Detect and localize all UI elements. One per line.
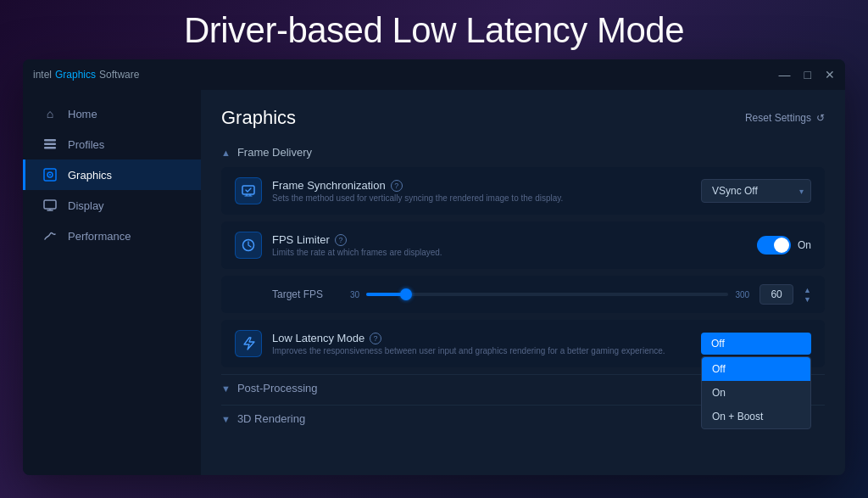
frame-sync-dropdown[interactable]: VSync Off ▾ <box>701 179 811 203</box>
main-content: Graphics Reset Settings ↺ ▲ Frame Delive… <box>201 90 845 475</box>
target-fps-slider-thumb <box>400 288 412 300</box>
fps-limiter-row: FPS Limiter ? Limits the rate at which f… <box>221 221 825 269</box>
frame-delivery-label: Frame Delivery <box>237 146 312 159</box>
low-latency-dropdown-container: Off Off On On + Boost <box>701 333 811 355</box>
target-fps-stepper[interactable]: ▲ ▼ <box>804 286 811 304</box>
sidebar-item-performance-label: Performance <box>68 230 131 243</box>
graphics-brand-label: Graphics <box>55 69 96 81</box>
sidebar-item-graphics[interactable]: Graphics <box>23 159 201 190</box>
sidebar-item-profiles-label: Profiles <box>68 138 104 151</box>
low-latency-dropdown-list: Off On On + Boost <box>701 356 811 429</box>
maximize-button[interactable]: □ <box>804 68 811 81</box>
reset-settings-label: Reset Settings <box>745 112 811 124</box>
section-title: Graphics <box>221 107 296 129</box>
profiles-icon <box>42 137 58 152</box>
fps-limiter-toggle-label: On <box>798 239 811 251</box>
target-fps-value-box[interactable]: 60 <box>760 284 793 305</box>
fps-limiter-toggle[interactable] <box>757 236 791 255</box>
target-fps-label: Target FPS <box>272 288 340 300</box>
low-latency-control: Off Off On On + Boost <box>701 333 811 355</box>
sidebar-item-home-label: Home <box>68 108 97 120</box>
frame-delivery-group-header[interactable]: ▲ Frame Delivery <box>221 143 825 162</box>
sidebar-item-profiles[interactable]: Profiles <box>23 129 201 159</box>
window-titlebar: intel Graphics Software — □ ✕ <box>23 59 845 90</box>
low-latency-help-icon[interactable]: ? <box>370 333 381 344</box>
low-latency-option-on[interactable]: On <box>702 381 810 405</box>
graphics-icon <box>42 167 58 182</box>
low-latency-dropdown-selected[interactable]: Off <box>701 333 811 355</box>
rendering-3d-label: 3D Rendering <box>237 412 305 425</box>
frame-sync-label-row: Frame Synchronization ? <box>272 179 691 192</box>
fps-limiter-label: FPS Limiter <box>272 233 330 246</box>
performance-icon <box>42 228 58 243</box>
frame-sync-value: VSync Off <box>712 185 758 197</box>
software-label: Software <box>99 69 139 81</box>
sidebar-item-home[interactable]: ⌂ Home <box>23 98 201 129</box>
fps-limiter-label-row: FPS Limiter ? <box>272 233 747 246</box>
window-controls: — □ ✕ <box>779 68 835 81</box>
low-latency-desc: Improves the responsiveness between user… <box>272 346 691 355</box>
svg-rect-7 <box>242 186 254 194</box>
frame-sync-dropdown-arrow-icon: ▾ <box>799 187 804 196</box>
window-title: intel Graphics Software <box>33 69 139 81</box>
svg-rect-6 <box>44 200 56 209</box>
svg-rect-0 <box>44 139 56 142</box>
frame-sync-row: Frame Synchronization ? Sets the method … <box>221 167 825 215</box>
frame-sync-desc: Sets the method used for vertically sync… <box>272 193 691 203</box>
low-latency-label: Low Latency Mode <box>272 332 364 344</box>
frame-sync-icon <box>235 177 262 204</box>
svg-point-5 <box>49 174 51 176</box>
fps-limiter-help-icon[interactable]: ? <box>335 234 347 246</box>
low-latency-option-on-boost[interactable]: On + Boost <box>702 405 810 428</box>
home-icon: ⌂ <box>42 106 58 121</box>
rendering-3d-chevron-icon: ▼ <box>221 414 231 424</box>
frame-sync-label: Frame Synchronization <box>272 179 386 192</box>
fps-limiter-info: FPS Limiter ? Limits the rate at which f… <box>272 233 747 257</box>
fps-limiter-icon <box>235 232 262 259</box>
frame-sync-control: VSync Off ▾ <box>701 179 811 203</box>
svg-rect-1 <box>44 143 56 146</box>
frame-sync-info: Frame Synchronization ? Sets the method … <box>272 179 691 203</box>
page-title: Driver-based Low Latency Mode <box>0 0 868 59</box>
svg-rect-2 <box>44 147 56 149</box>
slider-min-label: 30 <box>350 290 359 299</box>
reset-icon: ↺ <box>816 112 825 124</box>
low-latency-icon <box>235 330 262 357</box>
section-header: Graphics Reset Settings ↺ <box>221 107 825 129</box>
frame-delivery-chevron-icon: ▲ <box>221 148 231 158</box>
close-button[interactable]: ✕ <box>825 68 835 81</box>
post-processing-chevron-icon: ▼ <box>221 383 231 394</box>
low-latency-option-off[interactable]: Off <box>702 357 810 381</box>
fps-limiter-control: On <box>757 236 811 255</box>
sidebar-item-performance[interactable]: Performance <box>23 221 201 251</box>
reset-settings-button[interactable]: Reset Settings ↺ <box>745 112 825 124</box>
sidebar-item-display-label: Display <box>68 199 104 212</box>
display-icon <box>42 198 58 213</box>
low-latency-info: Low Latency Mode ? Improves the responsi… <box>272 332 691 355</box>
intel-label: intel <box>33 69 52 81</box>
slider-max-label: 300 <box>735 290 749 299</box>
target-fps-slider-track[interactable] <box>366 293 728 296</box>
post-processing-label: Post-Processing <box>237 382 318 394</box>
sidebar: ⌂ Home Profiles <box>23 90 201 475</box>
low-latency-label-row: Low Latency Mode ? <box>272 332 691 344</box>
target-fps-row: Target FPS 30 300 60 ▲ ▼ <box>221 276 825 313</box>
sidebar-item-display[interactable]: Display <box>23 190 201 221</box>
app-window: intel Graphics Software — □ ✕ ⌂ Home <box>23 59 845 475</box>
target-fps-slider-container: 30 300 <box>350 290 749 299</box>
fps-limiter-desc: Limits the rate at which frames are disp… <box>272 248 747 257</box>
window-body: ⌂ Home Profiles <box>23 90 845 475</box>
sidebar-item-graphics-label: Graphics <box>68 169 112 182</box>
low-latency-row: Low Latency Mode ? Improves the responsi… <box>221 320 825 367</box>
minimize-button[interactable]: — <box>779 68 791 81</box>
fps-limiter-toggle-knob <box>774 238 789 253</box>
frame-sync-help-icon[interactable]: ? <box>391 180 403 192</box>
